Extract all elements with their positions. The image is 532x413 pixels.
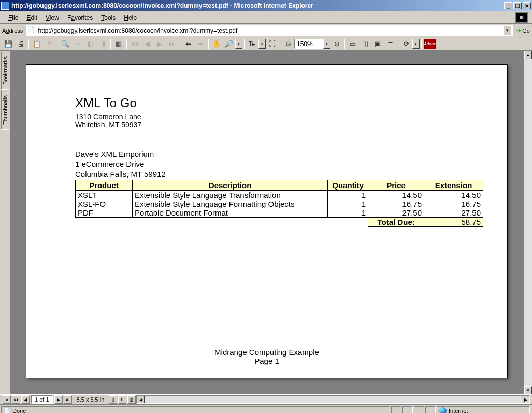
prev-item-icon[interactable]: ◧ — [84, 38, 96, 50]
first-page-icon[interactable]: ⏮ — [129, 38, 140, 50]
fit-page-icon[interactable]: ◫ — [360, 38, 371, 50]
zoom-tool-dropdown[interactable]: ▾ — [235, 39, 242, 49]
menu-tools[interactable]: Tools — [97, 13, 120, 22]
billto-city: Columbia Falls, MT 59912 — [75, 169, 507, 179]
address-label: Address — [2, 27, 23, 34]
menu-file[interactable]: File — [4, 13, 22, 22]
col-description: Description — [132, 180, 327, 191]
status-pane-2 — [402, 406, 413, 414]
close-button[interactable]: ✕ — [523, 2, 531, 9]
rotate-dropdown[interactable]: ▾ — [412, 39, 420, 49]
cell-price: 16.75 — [368, 200, 424, 208]
vertical-scrollbar[interactable]: ▲ ▼ — [524, 51, 532, 394]
acrobat-toolbar: 💾 🖨 📋 ↶ 🔍 ⤳ ◧ ◨ ▥ ⏮ ◀ ▶ ⏭ ⬅ ➡ ✋ 🔎 ▾ T▸ ▾… — [0, 37, 532, 51]
fit-width-icon[interactable]: ▣ — [372, 38, 383, 50]
cell-product: XSL-FO — [76, 200, 133, 208]
cell-extension: 14.50 — [424, 191, 483, 200]
next-page-icon[interactable]: ▶ — [154, 38, 165, 50]
menu-edit[interactable]: Edit — [22, 13, 41, 22]
single-page-icon[interactable]: ▯ — [109, 395, 117, 404]
table-row: PDFPortable Document Format127.5027.50 — [76, 208, 483, 218]
text-select-dropdown[interactable]: ▾ — [258, 39, 266, 49]
cell-quantity: 1 — [328, 191, 368, 200]
status-first-page-icon[interactable]: ⏮ — [12, 395, 20, 404]
total-value: 58.75 — [424, 218, 483, 227]
cell-price: 14.50 — [368, 191, 424, 200]
horizontal-scrollbar[interactable]: ◀ ▶ — [136, 395, 530, 404]
next-item-icon[interactable]: ◨ — [97, 38, 108, 50]
billto-name: Dave's XML Emporium — [75, 150, 507, 160]
ie-throbber-icon: IE — [515, 12, 528, 23]
facing-icon[interactable]: ▥ — [127, 395, 136, 404]
zoom-dropdown[interactable]: ▾ — [323, 39, 330, 49]
menu-favorites[interactable]: Favorites — [63, 13, 97, 22]
cell-price: 27.50 — [368, 208, 424, 218]
copy-icon[interactable]: 📋 — [31, 38, 42, 50]
hand-tool-icon[interactable]: ✋ — [211, 38, 222, 50]
find-icon[interactable]: 🔍 — [60, 38, 71, 50]
continuous-icon[interactable]: ⫼ — [118, 395, 126, 404]
security-zone: Internet — [437, 406, 530, 414]
tab-thumbnails[interactable]: Thumbnails — [1, 91, 9, 130]
minimize-button[interactable]: _ — [504, 2, 512, 9]
scroll-up-icon[interactable]: ▲ — [524, 51, 532, 59]
company-street: 1310 Cameron Lane — [75, 112, 507, 121]
globe-icon — [439, 407, 447, 414]
cell-quantity: 1 — [328, 200, 368, 208]
address-input[interactable] — [38, 27, 503, 34]
prev-page-icon[interactable]: ◀ — [141, 38, 153, 50]
ie-icon — [1, 2, 9, 10]
maximize-button[interactable]: ❐ — [513, 2, 522, 9]
back-icon[interactable]: ⬅ — [182, 38, 194, 50]
zoom-tool-icon[interactable]: 🔎 — [223, 38, 235, 50]
status-prev-page-icon[interactable]: ◀ — [21, 395, 30, 404]
pane-toggle-icon[interactable]: ⇔ — [3, 395, 11, 404]
last-page-icon[interactable]: ⏭ — [166, 38, 178, 50]
cell-description: Extensible Style Language Transformation — [132, 191, 327, 200]
zoom-in-icon[interactable]: ⊕ — [331, 38, 342, 50]
cell-extension: 27.50 — [424, 208, 483, 218]
ie-status-bar: 📄 Done Internet — [0, 405, 532, 413]
cell-extension: 16.75 — [424, 200, 483, 208]
done-icon: 📄 — [4, 407, 11, 413]
show-nav-icon[interactable]: ▥ — [113, 38, 124, 50]
billto-street: 1 eCommerce Drive — [75, 160, 507, 169]
window-titlebar: http://gobuggy.iseriesxml.com:8080/cocoo… — [0, 0, 532, 11]
page-holder[interactable]: XML To Go 1310 Cameron Lane Whitefish, M… — [10, 51, 524, 394]
cell-quantity: 1 — [328, 208, 368, 218]
reflow-icon[interactable]: ≣ — [384, 38, 396, 50]
menu-help[interactable]: Help — [120, 13, 141, 22]
menu-view[interactable]: View — [41, 13, 63, 22]
snapshot-icon[interactable]: ⛶ — [266, 38, 278, 50]
status-last-page-icon[interactable]: ⏭ — [64, 395, 72, 404]
address-dropdown[interactable]: ▼ — [503, 25, 511, 35]
table-row: XSLTExtensible Style Language Transforma… — [76, 191, 483, 200]
cell-product: XSLT — [76, 191, 133, 200]
zoom-out-icon[interactable]: ⊖ — [282, 38, 294, 50]
scroll-right-icon[interactable]: ▶ — [522, 396, 529, 403]
cell-description: Extensible Style Language Formatting Obj… — [132, 200, 327, 208]
status-pane-4 — [425, 406, 436, 414]
find-next-icon[interactable]: ⤳ — [72, 38, 83, 50]
zoom-field[interactable]: 150% — [294, 39, 323, 49]
status-pane-1 — [391, 406, 401, 414]
forward-icon[interactable]: ➡ — [195, 38, 206, 50]
page-indicator[interactable]: 1 of 1 — [31, 395, 53, 404]
adobe-logo-icon: Adobe — [424, 39, 436, 49]
actual-size-icon[interactable]: ▭ — [347, 38, 358, 50]
save-icon[interactable]: 💾 — [3, 38, 14, 50]
go-button[interactable]: Go — [516, 27, 530, 34]
scroll-left-icon[interactable]: ◀ — [137, 396, 145, 403]
status-text: 📄 Done — [1, 406, 390, 414]
window-title: http://gobuggy.iseriesxml.com:8080/cocoo… — [11, 2, 503, 9]
text-select-icon[interactable]: T▸ — [247, 38, 258, 50]
status-next-page-icon[interactable]: ▶ — [54, 395, 63, 404]
undo-icon[interactable]: ↶ — [44, 38, 55, 50]
rotate-icon[interactable]: ⟳ — [400, 38, 412, 50]
company-city: Whitefish, MT 59937 — [75, 121, 507, 129]
print-icon[interactable]: 🖨 — [15, 38, 26, 50]
menu-bar: File Edit View Favorites Tools Help IE — [0, 11, 532, 24]
scroll-down-icon[interactable]: ▼ — [524, 386, 532, 394]
company-name: XML To Go — [75, 96, 507, 110]
tab-bookmarks[interactable]: Bookmarks — [1, 52, 9, 90]
